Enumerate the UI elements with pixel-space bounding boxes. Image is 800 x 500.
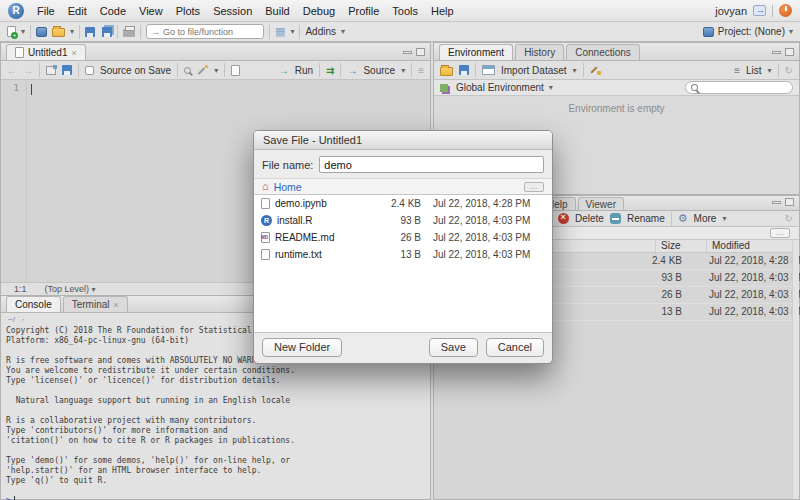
minimize-pane-icon[interactable]: [772, 201, 781, 204]
tab-close-icon[interactable]: ×: [71, 48, 76, 58]
terminal-close-icon[interactable]: ×: [114, 300, 119, 310]
tab-untitled1[interactable]: Untitled1 ×: [6, 44, 86, 60]
clear-workspace-icon[interactable]: [590, 65, 601, 76]
cwd-arrow-icon[interactable]: →: [16, 314, 26, 324]
find-replace-icon[interactable]: [184, 67, 191, 74]
list-item[interactable]: runtime.txt 13 B Jul 22, 2018, 4:03 PM: [254, 246, 552, 263]
load-workspace-icon[interactable]: [440, 67, 453, 76]
maximize-pane-icon[interactable]: [785, 198, 794, 206]
tab-terminal[interactable]: Terminal ×: [63, 296, 128, 312]
more-button[interactable]: More: [694, 213, 717, 224]
new-file-caret-icon[interactable]: ▾: [21, 27, 25, 36]
maximize-pane-icon[interactable]: [785, 48, 794, 56]
more-caret-icon[interactable]: ▾: [722, 214, 726, 223]
logout-icon[interactable]: [753, 5, 766, 16]
tab-history[interactable]: History: [515, 44, 564, 60]
menu-plots[interactable]: Plots: [176, 5, 200, 17]
files-refresh-icon[interactable]: ↻: [785, 213, 793, 224]
menu-code[interactable]: Code: [100, 5, 126, 17]
open-new-window-icon[interactable]: [46, 66, 56, 75]
console-line: [6, 406, 425, 416]
editor-save-icon[interactable]: [62, 65, 72, 75]
rstudio-window: R File Edit Code View Plots Session Buil…: [0, 0, 800, 500]
open-file-caret-icon[interactable]: ▾: [70, 27, 74, 36]
minimize-pane-icon[interactable]: [403, 51, 412, 54]
environment-search-box[interactable]: [685, 81, 793, 94]
source-button[interactable]: Source: [363, 65, 395, 76]
menu-edit[interactable]: Edit: [68, 5, 87, 17]
menu-profile[interactable]: Profile: [348, 5, 379, 17]
project-selector[interactable]: Project: (None) ▾: [703, 26, 793, 37]
environment-scope-row: Global Environment ▾: [434, 80, 799, 96]
scope-selector[interactable]: (Top Level) ▾: [45, 284, 96, 294]
addins-grid-icon[interactable]: ▦: [275, 26, 285, 37]
tab-viewer[interactable]: Viewer: [578, 197, 624, 210]
save-workspace-icon[interactable]: [459, 65, 469, 75]
path-more-button[interactable]: …: [770, 228, 790, 238]
file-name-input[interactable]: [319, 156, 544, 173]
menu-debug[interactable]: Debug: [303, 5, 335, 17]
goto-file-function-box[interactable]: →: [146, 24, 264, 39]
cancel-button[interactable]: Cancel: [486, 338, 544, 357]
addins-grid-caret-icon[interactable]: ▾: [290, 27, 294, 36]
modified-column-header[interactable]: Modified: [712, 240, 750, 251]
compile-report-icon[interactable]: [231, 65, 240, 76]
project-caret-icon: ▾: [789, 27, 793, 36]
file-name: README.md: [275, 232, 334, 243]
new-project-icon[interactable]: [36, 27, 47, 37]
rerun-icon[interactable]: ⇉: [326, 65, 334, 76]
list-view-caret-icon[interactable]: ▾: [768, 66, 772, 75]
save-button[interactable]: Save: [429, 338, 478, 357]
console-prompt-line[interactable]: >: [6, 496, 425, 500]
print-icon[interactable]: [123, 29, 135, 37]
save-icon[interactable]: [85, 27, 95, 37]
list-view-button[interactable]: List: [746, 65, 762, 76]
tab-connections[interactable]: Connections: [566, 44, 640, 60]
forward-icon[interactable]: →: [23, 65, 33, 76]
minimize-pane-icon[interactable]: [772, 51, 781, 54]
delete-button[interactable]: Delete: [575, 213, 604, 224]
files-scrollbar[interactable]: [792, 241, 799, 499]
menu-build[interactable]: Build: [265, 5, 289, 17]
username-label: jovyan: [715, 5, 747, 17]
refresh-icon[interactable]: ↻: [785, 65, 793, 76]
tab-console[interactable]: Console: [6, 296, 61, 312]
environment-scope-caret-icon[interactable]: ▾: [549, 83, 553, 92]
back-icon[interactable]: ←: [7, 65, 17, 76]
tab-environment[interactable]: Environment: [439, 44, 513, 60]
environment-search-input[interactable]: [701, 83, 788, 93]
menu-tools[interactable]: Tools: [392, 5, 418, 17]
list-item[interactable]: README.md 26 B Jul 22, 2018, 4:03 PM: [254, 229, 552, 246]
file-size: 26 B: [622, 289, 682, 300]
home-link[interactable]: Home: [274, 181, 302, 193]
rename-button[interactable]: Rename: [627, 213, 665, 224]
menu-help[interactable]: Help: [431, 5, 454, 17]
new-folder-button[interactable]: New Folder: [262, 338, 342, 357]
outline-icon[interactable]: ≡: [418, 65, 424, 76]
list-item[interactable]: demo.ipynb 2.4 KB Jul 22, 2018, 4:28 PM: [254, 195, 552, 212]
run-button[interactable]: Run: [295, 65, 313, 76]
source-on-save-checkbox[interactable]: [85, 66, 94, 75]
goto-file-input[interactable]: [163, 27, 259, 37]
menu-file[interactable]: File: [37, 5, 55, 17]
global-environment-selector[interactable]: Global Environment: [456, 82, 544, 93]
new-file-icon[interactable]: [7, 26, 16, 37]
maximize-pane-icon[interactable]: [416, 48, 425, 56]
code-tools-caret-icon[interactable]: ▾: [214, 66, 218, 75]
breadcrumb-more-button[interactable]: …: [524, 182, 544, 192]
menu-view[interactable]: View: [139, 5, 163, 17]
size-column-header[interactable]: Size: [661, 240, 680, 251]
import-dataset-button[interactable]: Import Dataset: [501, 65, 567, 76]
code-tools-icon[interactable]: [197, 65, 208, 76]
console-line: R is a collaborative project with many c…: [6, 416, 425, 426]
save-all-icon[interactable]: [102, 27, 112, 37]
source-caret-icon[interactable]: ▾: [401, 66, 405, 75]
power-quit-icon[interactable]: [779, 4, 792, 17]
open-file-icon[interactable]: [52, 28, 65, 37]
list-item[interactable]: R install.R 93 B Jul 22, 2018, 4:03 PM: [254, 212, 552, 229]
addins-caret-icon[interactable]: ▾: [341, 27, 345, 36]
menu-session[interactable]: Session: [213, 5, 252, 17]
addins-button[interactable]: Addins: [305, 26, 336, 37]
file-size: 13 B: [371, 249, 421, 260]
import-dataset-caret-icon[interactable]: ▾: [573, 66, 577, 75]
